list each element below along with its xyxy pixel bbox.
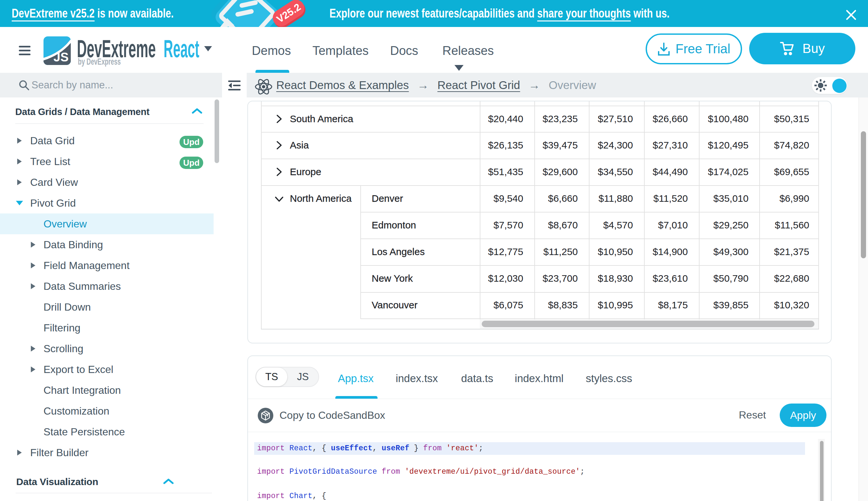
- svg-text:JS: JS: [54, 50, 68, 64]
- svg-text:React: React: [164, 35, 199, 62]
- svg-text:by DevExpress: by DevExpress: [78, 56, 121, 67]
